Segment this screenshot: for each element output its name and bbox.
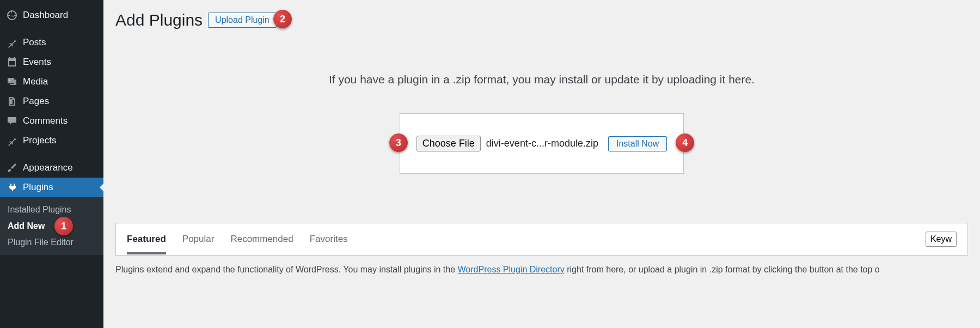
page-header: Add Plugins Upload Plugin 2 xyxy=(115,11,968,29)
install-now-button[interactable]: Install Now xyxy=(608,136,667,151)
sidebar-item-plugins[interactable]: Plugins xyxy=(0,178,103,197)
sidebar-item-label: Dashboard xyxy=(23,10,68,21)
sidebar-item-label: Events xyxy=(23,57,51,68)
sidebar-sub-label: Installed Plugins xyxy=(8,205,71,215)
sidebar-sub-plugin-file-editor[interactable]: Plugin File Editor xyxy=(0,234,103,251)
sidebar-item-projects[interactable]: Projects xyxy=(0,131,103,150)
tab-featured[interactable]: Featured xyxy=(127,224,166,254)
annotation-badge-4: 4 xyxy=(676,133,694,152)
comments-icon xyxy=(7,116,17,126)
plugins-description: Plugins extend and expand the functional… xyxy=(115,263,968,276)
sidebar-item-label: Comments xyxy=(23,116,68,126)
annotation-badge-3: 3 xyxy=(389,133,408,152)
sidebar-item-pages[interactable]: Pages xyxy=(0,92,103,111)
upload-message: If you have a plugin in a .zip format, y… xyxy=(115,73,968,86)
upload-form: 3 Choose File divi-event-c...r-module.zi… xyxy=(400,113,684,174)
sidebar-item-comments[interactable]: Comments xyxy=(0,111,103,131)
plugin-filter-tabs: Featured Popular Recommended Favorites K… xyxy=(115,223,968,256)
main-content: Add Plugins Upload Plugin 2 If you have … xyxy=(103,0,980,328)
sidebar-item-label: Media xyxy=(23,76,48,87)
sidebar-item-label: Projects xyxy=(23,135,56,146)
svg-point-0 xyxy=(9,80,11,81)
tab-popular[interactable]: Popular xyxy=(182,224,215,254)
upload-plugin-button[interactable]: Upload Plugin xyxy=(208,13,277,28)
sidebar-item-label: Plugins xyxy=(23,182,53,193)
tab-favorites[interactable]: Favorites xyxy=(310,224,348,254)
sidebar-submenu-plugins: Installed Plugins Add New 1 Plugin File … xyxy=(0,197,103,255)
pages-icon xyxy=(7,96,17,107)
admin-sidebar: Dashboard Posts Events Media Pages Comme… xyxy=(0,0,103,328)
description-prefix: Plugins extend and expand the functional… xyxy=(115,265,458,274)
sidebar-sub-installed-plugins[interactable]: Installed Plugins xyxy=(0,202,103,218)
sidebar-item-posts[interactable]: Posts xyxy=(0,33,103,52)
selected-file-name: divi-event-c...r-module.zip xyxy=(486,138,598,149)
brush-icon xyxy=(7,162,17,173)
tab-recommended[interactable]: Recommended xyxy=(230,224,293,254)
sidebar-item-appearance[interactable]: Appearance xyxy=(0,158,103,178)
sidebar-item-media[interactable]: Media xyxy=(0,72,103,92)
dashboard-icon xyxy=(7,10,17,21)
search-type-select[interactable]: Keyw xyxy=(926,232,957,247)
sidebar-sub-label: Plugin File Editor xyxy=(8,238,74,247)
pin-icon xyxy=(7,37,17,48)
page-title: Add Plugins xyxy=(115,11,203,29)
sidebar-item-dashboard[interactable]: Dashboard xyxy=(0,5,103,25)
sidebar-sub-label: Add New xyxy=(8,221,45,231)
sidebar-item-events[interactable]: Events xyxy=(0,52,103,72)
annotation-badge-2: 2 xyxy=(273,10,292,28)
choose-file-button[interactable]: Choose File xyxy=(416,136,481,151)
pin-icon xyxy=(7,135,17,146)
sidebar-item-label: Appearance xyxy=(23,162,73,173)
wp-plugin-directory-link[interactable]: WordPress Plugin Directory xyxy=(458,265,565,274)
annotation-badge-1: 1 xyxy=(54,217,73,235)
sidebar-item-label: Posts xyxy=(23,37,46,48)
upload-section: If you have a plugin in a .zip format, y… xyxy=(115,73,968,174)
media-icon xyxy=(7,76,17,87)
plug-icon xyxy=(7,182,17,193)
calendar-icon xyxy=(7,57,17,68)
description-suffix: right from here, or upload a plugin in .… xyxy=(565,265,880,274)
sidebar-sub-add-new[interactable]: Add New 1 xyxy=(0,218,103,234)
sidebar-item-label: Pages xyxy=(23,96,49,107)
